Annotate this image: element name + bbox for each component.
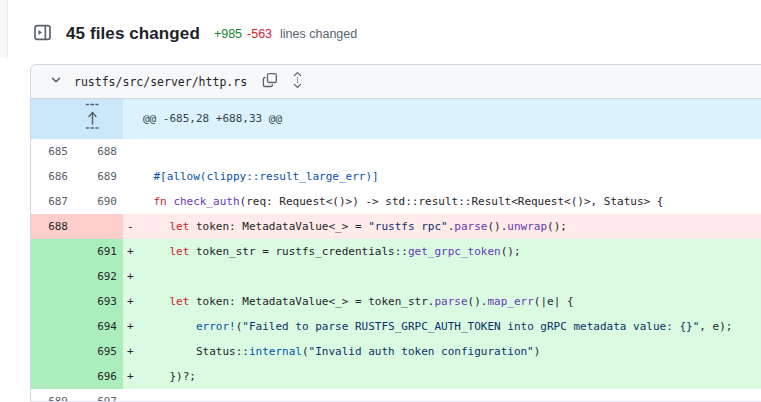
lines-changed-label: lines changed [280,27,357,41]
code-cell: #[allow(clippy::result_large_err)] [123,164,761,189]
new-line-number[interactable]: 690 [78,189,123,214]
diff-row: 695+ Status::internal("Invalid auth toke… [31,339,761,364]
old-line-number[interactable] [31,239,78,264]
diff-row: 691+ let token_str = rustfs_credentials:… [31,239,761,264]
diff-row: 693+ let token: MetadataValue<_> = token… [31,289,761,314]
old-line-number[interactable]: 688 [31,214,78,239]
diff-marker: + [127,239,143,264]
diff-row: 686689 #[allow(clippy::result_large_err)… [31,164,761,189]
diff-row: 696+ })?; [31,364,761,389]
new-line-number[interactable]: 695 [78,339,123,364]
new-line-number[interactable]: 691 [78,239,123,264]
new-line-number[interactable] [78,214,123,239]
diff-marker: + [127,364,143,389]
diff-page: 45 files changed +985 -563 lines changed… [0,0,761,402]
diff-marker: + [127,264,143,289]
file-header-bar: rustfs/src/server/http.rs [31,65,761,99]
old-line-number[interactable]: 687 [31,189,78,214]
files-changed-title: 45 files changed [66,24,200,44]
code-cell [123,139,761,164]
copy-icon [262,72,278,91]
deletions-count: -563 [247,27,272,41]
old-line-number[interactable]: 686 [31,164,78,189]
code-cell: + })?; [123,364,761,389]
old-line-number[interactable] [31,314,78,339]
copy-path-button[interactable] [260,70,280,93]
files-changed-header: 45 files changed +985 -563 lines changed [33,22,357,46]
file-diff-panel: rustfs/src/server/http.rs [30,64,761,402]
new-line-number[interactable]: 689 [78,164,123,189]
code-cell: + let token: MetadataValue<_> = token_st… [123,289,761,314]
diff-marker: + [127,314,143,339]
diff-row: 692+ [31,264,761,289]
hunk-header-text: @@ -685,28 +688,33 @@ [123,99,282,139]
sidebar-expand-icon [33,23,52,45]
additions-count: +985 [214,27,242,41]
new-line-number[interactable]: 694 [78,314,123,339]
diff-row: 694+ error!("Failed to parse RUSTFS_GRPC… [31,314,761,339]
panel-edge-divider [0,0,8,58]
new-line-number[interactable]: 693 [78,289,123,314]
sidebar-toggle-button[interactable] [33,24,53,44]
diff-row: 687690 fn check_auth(req: Request<()>) -… [31,189,761,214]
diff-marker: + [127,339,143,364]
diff-marker: + [127,289,143,314]
collapse-file-button[interactable] [48,72,64,91]
old-line-number[interactable] [31,364,78,389]
diff-rows-container: 685688686689 #[allow(clippy::result_larg… [31,139,761,402]
code-cell: + [123,264,761,289]
expand-all-hunks-button[interactable] [289,69,306,94]
old-line-number[interactable]: 685 [31,139,78,164]
unfold-vertical-icon [291,71,304,92]
old-line-number[interactable] [31,339,78,364]
chevron-down-icon [50,74,62,89]
old-line-number[interactable] [31,289,78,314]
code-cell: + let token_str = rustfs_credentials::ge… [123,239,761,264]
old-line-number[interactable] [31,264,78,289]
code-cell: + error!("Failed to parse RUSTFS_GRPC_AU… [123,314,761,339]
new-line-number[interactable]: 696 [78,364,123,389]
expand-hunk-up-button[interactable] [31,99,123,139]
hunk-header-row: @@ -685,28 +688,33 @@ [31,99,761,139]
code-cell: fn check_auth(req: Request<()>) -> std::… [123,189,761,214]
file-path: rustfs/src/server/http.rs [74,75,247,89]
new-line-number[interactable]: 688 [78,139,123,164]
code-cell: + Status::internal("Invalid auth token c… [123,339,761,364]
new-line-number[interactable]: 692 [78,264,123,289]
code-cell: - let token: MetadataValue<_> = "rustfs … [123,214,761,239]
diff-marker: - [127,214,143,239]
diff-row: 688- let token: MetadataValue<_> = "rust… [31,214,761,239]
diff-row: 685688 [31,139,761,164]
